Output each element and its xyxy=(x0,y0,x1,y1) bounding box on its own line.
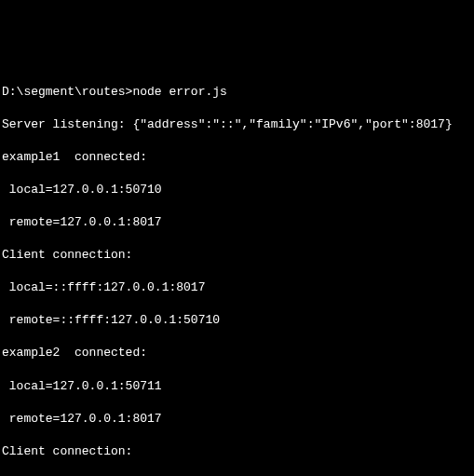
terminal-line: Server listening: {"address":"::","famil… xyxy=(2,116,472,133)
terminal-line: remote=::ffff:127.0.0.1:50710 xyxy=(2,312,472,329)
terminal-line: remote=127.0.0.1:8017 xyxy=(2,214,472,231)
terminal-line: D:\segment\routes>node error.js xyxy=(2,84,472,101)
terminal-line: Client connection: xyxy=(2,247,472,264)
terminal-line: local=127.0.0.1:50711 xyxy=(2,378,472,395)
terminal-line: Client connection: xyxy=(2,443,472,460)
terminal-line: local=::ffff:127.0.0.1:8017 xyxy=(2,279,472,296)
terminal-line: example1 connected: xyxy=(2,149,472,166)
terminal-line: local=127.0.0.1:50710 xyxy=(2,182,472,198)
terminal-line: example2 connected: xyxy=(2,345,472,361)
terminal-output[interactable]: D:\segment\routes>node error.js Server l… xyxy=(2,67,472,476)
terminal-line: remote=127.0.0.1:8017 xyxy=(2,411,472,428)
